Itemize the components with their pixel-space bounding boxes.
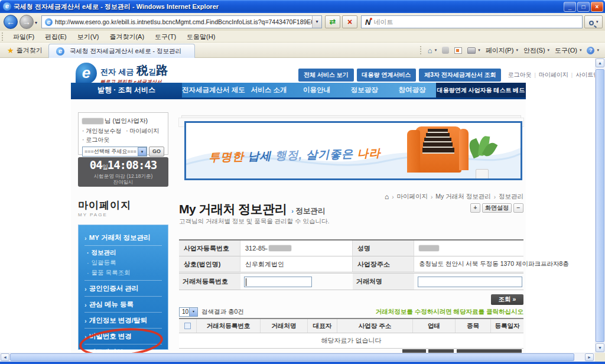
home-icon[interactable]: ⌂: [428, 46, 432, 55]
logout-link[interactable]: 로그아웃: [508, 71, 531, 79]
favorites-button[interactable]: ★ 즐겨찾기: [4, 44, 46, 57]
menu-edit[interactable]: 편집(E): [40, 31, 72, 43]
breadcrumb-info-mgmt[interactable]: 정보관리: [499, 193, 523, 201]
font-smaller-button[interactable]: −: [513, 203, 523, 213]
search-input[interactable]: N 네이트: [361, 15, 583, 28]
search-button[interactable]: ▾: [584, 15, 603, 28]
user-name-masked: [82, 118, 103, 124]
search-submit-button[interactable]: 조회 »: [491, 294, 523, 305]
print-caret-icon[interactable]: ▾: [478, 48, 480, 53]
sidebar-item-personal-info[interactable]: › 개인정보 변경/탈퇴: [84, 313, 162, 329]
biz-no-masked: [269, 245, 291, 251]
sidebar-item-password-change[interactable]: › 비밀번호 변경: [84, 329, 162, 344]
favorites-label: 즐겨찾기: [17, 46, 43, 55]
company-label: 상호(법인명): [179, 256, 240, 272]
vertical-scroll-thumb[interactable]: [596, 69, 604, 342]
minimize-button[interactable]: _: [564, 2, 576, 12]
stop-button[interactable]: ×: [342, 15, 357, 28]
browser-tab[interactable]: e 국세청 전자세금계산서 e세로 - 정보관리: [48, 44, 195, 58]
maximize-button[interactable]: □: [577, 2, 590, 12]
safety-menu[interactable]: 안전(S): [523, 46, 545, 55]
nav-service-intro[interactable]: 서비스 소개: [245, 83, 293, 98]
sidebar-item-certificate-mgmt[interactable]: › 공인인증서 관리: [84, 281, 162, 297]
nav-info-plaza[interactable]: 정보광장: [340, 83, 388, 98]
partner-reg-no-label: 거래처등록번호: [179, 274, 240, 290]
page-size-select[interactable]: 10 ▾: [179, 307, 198, 317]
address-dropdown-icon[interactable]: ▾: [312, 16, 321, 28]
tools-menu[interactable]: 도구(O): [555, 46, 577, 55]
command-grip: [420, 46, 422, 54]
nav-test-bed[interactable]: 대용량연계 사업자용 테스트 베드: [436, 83, 526, 98]
partner-name-input[interactable]: [418, 277, 522, 287]
print-icon[interactable]: [467, 47, 476, 54]
forward-button[interactable]: →: [19, 15, 34, 29]
logout-quick-link[interactable]: · 로그아웃: [82, 136, 164, 144]
page-size-value: 10: [182, 308, 188, 315]
bulk-link-service-button[interactable]: 대용량 연계서비스: [357, 69, 417, 82]
stop-icon: ×: [347, 17, 352, 27]
refresh-button[interactable]: ⇄: [325, 15, 340, 28]
horizontal-scroll-thumb[interactable]: [10, 353, 574, 361]
partner-reg-no-input[interactable]: [244, 277, 312, 287]
third-party-invoice-button[interactable]: 제3자 전자세금계산서 조회: [419, 69, 501, 82]
nav-participation[interactable]: 참여광장: [388, 83, 436, 98]
feed-icon[interactable]: [442, 47, 449, 54]
breadcrumb-mypage[interactable]: 마이페이지: [396, 193, 428, 201]
menu-favorites[interactable]: 즐겨찾기(A): [104, 31, 149, 43]
history-dropdown-icon[interactable]: ▾: [35, 20, 37, 25]
go-button[interactable]: GO: [149, 147, 164, 157]
address-bar: ← → ▾ e http://www.esero.go.kr/ebill.is.…: [0, 13, 605, 31]
title-bar: e 국세청 전자세금계산서 e세로 - 정보관리 - Windows Inter…: [0, 0, 605, 13]
menu-view[interactable]: 보기(V): [72, 31, 105, 43]
sidebar-item-favorite-menu[interactable]: › 관심 메뉴 등록: [84, 297, 162, 313]
sidebar-item-bulk-register[interactable]: ·일괄등록: [84, 258, 162, 268]
promo-banner[interactable]: 투명한 납세 행정, 살기좋은 나라: [184, 121, 522, 180]
nav-issue-inquiry[interactable]: 발행 · 조회 서비스: [71, 83, 182, 98]
nav-invoice-system[interactable]: 전자세금계산서 제도: [182, 83, 245, 98]
logo-hanja-2: 路: [156, 64, 168, 77]
select-caret-icon: ▾: [138, 147, 147, 156]
ie-page-icon: e: [45, 18, 53, 26]
menu-arrow-icon: ›: [84, 235, 87, 242]
site-logo[interactable]: e 전자 세금 税길路 빠르고 편리한 e세금계산서: [76, 63, 168, 85]
edit-personal-info-link[interactable]: · 개인정보수정: [82, 127, 121, 135]
scroll-up-button[interactable]: ▲: [596, 58, 604, 67]
menu-help[interactable]: 도움말(H): [181, 31, 220, 43]
sidebar-item-my-partner-mgmt[interactable]: › MY 거래처 정보관리: [84, 230, 162, 246]
timer-day: 04: [90, 158, 102, 171]
mail-icon[interactable]: [454, 47, 462, 54]
sidebar-item-item-list[interactable]: ·물품 목록조회: [84, 268, 162, 278]
help-icon[interactable]: ?: [587, 47, 594, 54]
sitemap-link[interactable]: 사이트맵: [575, 71, 595, 79]
scroll-down-button[interactable]: ▼: [596, 343, 604, 352]
font-larger-button[interactable]: +: [470, 203, 480, 213]
breadcrumb-home-icon[interactable]: ⌂: [385, 193, 389, 201]
scroll-right-button[interactable]: ►: [585, 353, 594, 361]
result-bar: 10 ▾ 검색결과 총0건 거래처정보를 수정하시려면 해당자료를 클릭하십시오: [179, 307, 523, 317]
breadcrumb-partner-mgmt[interactable]: My 거래처 정보관리: [435, 193, 490, 201]
mypage-link[interactable]: 마이페이지: [539, 71, 568, 79]
select-all-checkbox[interactable]: [184, 323, 191, 329]
address-field[interactable]: e http://www.esero.go.kr/ebill.is.intnet…: [41, 15, 322, 28]
menu-bar: 파일(F) 편집(E) 보기(V) 즐겨찾기(A) 도구(T) 도움말(H): [0, 31, 605, 43]
esero-logo-icon: e: [76, 63, 97, 84]
biz-no-value: 312-85-: [240, 240, 353, 256]
screen-settings-button[interactable]: 화면설정: [482, 203, 512, 213]
favorites-bar: ★ 즐겨찾기 e 국세청 전자세금계산서 e세로 - 정보관리 ⌂ ▾ ▾ 페이…: [0, 43, 605, 58]
close-button[interactable]: ×: [591, 2, 603, 12]
page-menu[interactable]: 페이지(P): [486, 46, 514, 55]
nav-usage-guide[interactable]: 이용안내: [293, 83, 341, 98]
sidebar-item-tax-agent[interactable]: › 세무대리인: [84, 344, 162, 353]
home-caret-icon[interactable]: ▾: [435, 48, 437, 53]
search-options-icon: ▾: [596, 20, 599, 24]
all-services-button[interactable]: 전체 서비스 보기: [298, 69, 354, 82]
sidebar-heading: 마이페이지 MY PAGE: [78, 199, 131, 217]
sidebar-item-info-mgmt[interactable]: ·정보관리: [84, 248, 162, 258]
select-value: ===선택해 주세요===: [84, 148, 136, 155]
menu-file[interactable]: 파일(F): [8, 31, 40, 43]
back-button[interactable]: ←: [4, 15, 18, 29]
menu-tools[interactable]: 도구(T): [149, 31, 181, 43]
mypage-quick-link[interactable]: · 마이페이지: [126, 127, 159, 135]
scroll-left-button[interactable]: ◄: [1, 353, 9, 361]
quick-menu-select[interactable]: ===선택해 주세요=== ▾: [82, 147, 147, 157]
